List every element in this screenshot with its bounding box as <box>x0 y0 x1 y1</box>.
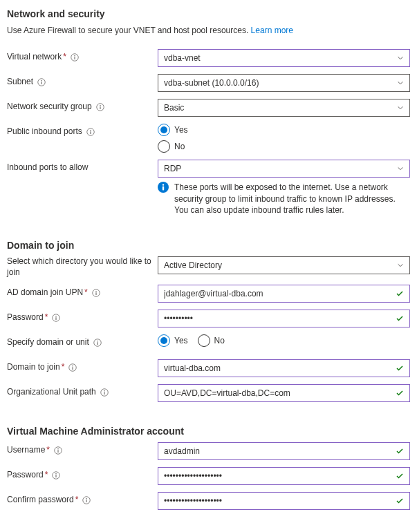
info-icon[interactable] <box>82 496 91 504</box>
network-desc: Use Azure Firewall to secure your VNET a… <box>7 25 410 37</box>
svg-point-37 <box>86 498 88 500</box>
radio-label: No <box>174 142 185 151</box>
svg-point-28 <box>104 390 105 392</box>
ou-input-wrap <box>158 384 410 402</box>
specify-label: Specify domain or unit <box>7 337 89 348</box>
subnet-label: Subnet <box>7 77 33 88</box>
ports-select[interactable]: RDP <box>158 160 410 178</box>
svg-rect-11 <box>90 131 91 134</box>
nsg-select[interactable]: Basic <box>158 99 410 117</box>
svg-point-10 <box>90 130 91 131</box>
user-input-wrap <box>158 442 410 460</box>
svg-rect-2 <box>74 57 75 59</box>
nsg-value: Basic <box>164 103 184 113</box>
svg-point-25 <box>73 365 74 367</box>
specify-radio-no[interactable]: No <box>198 334 225 347</box>
confirm-pwd-input[interactable] <box>164 496 391 506</box>
svg-rect-8 <box>100 106 100 109</box>
upn-input[interactable] <box>164 289 391 298</box>
svg-point-31 <box>57 448 59 450</box>
info-icon[interactable] <box>68 363 77 372</box>
domain-pwd-input[interactable] <box>164 314 391 323</box>
svg-point-7 <box>100 105 101 106</box>
pip-radio-no[interactable]: No <box>158 140 410 153</box>
chevron-down-icon <box>397 55 404 61</box>
info-icon[interactable] <box>54 446 62 455</box>
dir-label: Select which directory you would like to… <box>7 256 158 278</box>
confirm-pwd-input-wrap <box>158 492 410 510</box>
ports-label: Inbound ports to allow <box>7 162 88 173</box>
svg-point-13 <box>163 184 164 185</box>
ports-info-text: These ports will be exposed to the inter… <box>174 182 410 216</box>
info-icon[interactable] <box>37 78 46 86</box>
network-heading: Network and security <box>7 8 410 19</box>
domain-pwd-label: Password <box>7 312 44 323</box>
svg-rect-17 <box>95 292 96 295</box>
info-icon[interactable] <box>52 314 60 322</box>
ou-input[interactable] <box>164 388 391 398</box>
admin-pwd-input[interactable] <box>164 471 391 481</box>
info-icon[interactable] <box>52 471 60 479</box>
check-icon <box>396 472 404 480</box>
upn-label: AD domain join UPN <box>7 287 83 298</box>
pip-radio-yes[interactable]: Yes <box>158 124 410 136</box>
admin-pwd-label: Password <box>7 470 44 481</box>
svg-rect-14 <box>163 186 164 190</box>
svg-point-1 <box>74 55 75 57</box>
svg-rect-5 <box>41 82 42 84</box>
info-icon[interactable] <box>96 103 104 111</box>
ou-label: Organizational Unit path <box>7 387 96 398</box>
radio-label: Yes <box>174 125 188 135</box>
vmadmin-heading: Virtual Machine Administrator account <box>7 426 410 437</box>
svg-rect-35 <box>56 475 57 477</box>
user-input[interactable] <box>164 446 391 456</box>
radio-circle-icon <box>198 334 210 347</box>
info-icon[interactable] <box>92 289 100 297</box>
svg-rect-20 <box>56 317 57 320</box>
svg-point-34 <box>56 473 57 475</box>
ports-value: RDP <box>164 164 181 173</box>
svg-point-4 <box>41 80 42 82</box>
info-icon[interactable] <box>86 128 95 136</box>
nsg-label: Network security group <box>7 102 92 113</box>
specify-radio-yes[interactable]: Yes <box>158 334 188 347</box>
radio-circle-icon <box>158 124 170 136</box>
radio-circle-icon <box>158 334 170 347</box>
required-indicator: * <box>45 312 48 323</box>
svg-rect-32 <box>58 450 59 453</box>
subnet-select[interactable]: vdba-subnet (10.0.0.0/16) <box>158 74 410 92</box>
check-icon <box>396 289 404 298</box>
info-icon[interactable] <box>100 388 109 397</box>
domain-heading: Domain to join <box>7 240 410 251</box>
user-label: Username <box>7 445 45 456</box>
check-icon <box>396 314 404 323</box>
radio-label: Yes <box>174 336 188 345</box>
domain-to-join-label: Domain to join <box>7 362 60 373</box>
info-icon[interactable] <box>93 339 102 347</box>
required-indicator: * <box>46 445 50 456</box>
svg-rect-38 <box>86 500 87 502</box>
svg-rect-23 <box>97 342 98 345</box>
domain-input[interactable] <box>164 363 391 373</box>
chevron-down-icon <box>397 79 404 86</box>
svg-rect-26 <box>73 367 73 370</box>
check-icon <box>396 447 404 455</box>
confirm-pwd-label: Confirm password <box>7 495 74 506</box>
svg-point-22 <box>97 341 98 342</box>
check-icon <box>396 364 404 372</box>
svg-point-16 <box>95 291 97 292</box>
info-icon[interactable] <box>71 53 79 61</box>
vnet-value: vdba-vnet <box>164 53 201 63</box>
required-indicator: * <box>45 470 48 481</box>
check-icon <box>396 497 404 505</box>
vnet-label: Virtual network <box>7 52 62 63</box>
network-learn-more-link[interactable]: Learn more <box>251 26 293 35</box>
dir-value: Active Directory <box>164 260 222 270</box>
upn-input-wrap <box>158 285 410 303</box>
required-indicator: * <box>63 52 66 63</box>
vnet-select[interactable]: vdba-vnet <box>158 49 410 67</box>
chevron-down-icon <box>397 262 404 269</box>
radio-circle-icon <box>158 140 170 153</box>
dir-select[interactable]: Active Directory <box>158 256 410 274</box>
admin-pwd-input-wrap <box>158 467 410 485</box>
